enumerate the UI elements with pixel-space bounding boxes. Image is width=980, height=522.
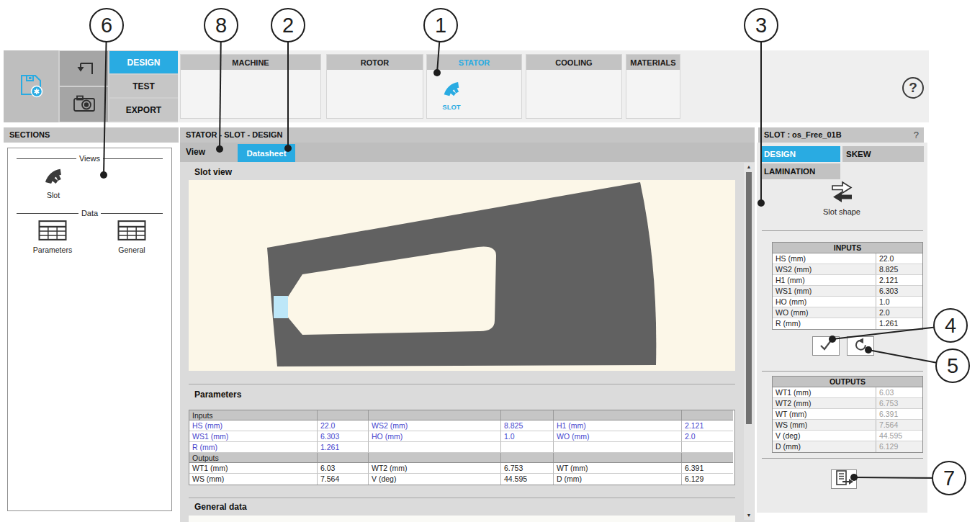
table-row: HS (mm) 22.0 bbox=[773, 253, 922, 264]
input-value[interactable]: 2.121 bbox=[876, 275, 922, 285]
table-row: WT1 (mm) 6.03 WT2 (mm) 6.753 WT (mm) 6.3… bbox=[189, 463, 734, 474]
inputs-header-cell: Inputs bbox=[189, 410, 318, 420]
nav-stator-label: STATOR bbox=[427, 55, 521, 70]
table-row: HS (mm) 22.0 WS2 (mm) 8.825 H1 (mm) 2.12… bbox=[189, 420, 734, 431]
sidebar-slot-label: Slot bbox=[30, 191, 77, 199]
reset-button[interactable] bbox=[847, 336, 874, 356]
test-mode-button[interactable]: TEST bbox=[109, 75, 178, 97]
table-row: WT2 (mm) 6.753 bbox=[773, 398, 922, 409]
return-arrow-icon bbox=[73, 58, 96, 79]
right-panel-title: SLOT : os_Free_01B bbox=[764, 130, 842, 139]
callout-5: 5 bbox=[935, 348, 970, 383]
separator bbox=[762, 371, 923, 372]
outputs-table: OUTPUTS WT1 (mm) 6.03 WT2 (mm) 6.753 WT … bbox=[772, 376, 923, 453]
views-label: Views bbox=[79, 154, 100, 163]
main-tab-row: View Datasheet bbox=[180, 143, 755, 162]
separator bbox=[189, 384, 735, 384]
separator bbox=[189, 498, 735, 498]
save-button[interactable] bbox=[4, 50, 58, 122]
slot-properties-panel: DESIGN SKEW LAMINATION Slot shape INPUTS… bbox=[757, 143, 927, 513]
tab-datasheet[interactable]: Datasheet bbox=[238, 144, 295, 162]
main-title-bar: STATOR - SLOT - DESIGN bbox=[180, 127, 755, 143]
table-row: WS (mm) 7.564 V (deg) 44.595 D (mm) 6.12… bbox=[189, 474, 734, 485]
stator-slot-label: SLOT bbox=[436, 103, 467, 111]
scrollbar-thumb[interactable] bbox=[746, 172, 752, 424]
callout-3: 3 bbox=[744, 8, 778, 42]
separator bbox=[762, 458, 923, 459]
table-row: R (mm) 1.261 bbox=[773, 318, 922, 329]
table-row: WS1 (mm) 6.303 bbox=[773, 286, 922, 297]
sections-sidebar: Views Slot Data Parameters General bbox=[7, 148, 172, 511]
input-value[interactable]: 1.261 bbox=[876, 318, 922, 329]
views-section-header: Views bbox=[14, 154, 166, 163]
sidebar-item-general[interactable]: General bbox=[103, 220, 161, 254]
design-mode-button[interactable]: DESIGN bbox=[109, 51, 178, 73]
table-row: WS (mm) 7.564 bbox=[773, 420, 922, 431]
question-mark-icon: ? bbox=[909, 80, 917, 96]
right-panel-title-bar: ? SLOT : os_Free_01B bbox=[758, 127, 924, 143]
nav-machine-label: MACHINE bbox=[181, 55, 320, 70]
apply-button[interactable] bbox=[812, 336, 840, 356]
nav-panel-materials[interactable]: MATERIALS bbox=[626, 54, 680, 119]
camera-icon bbox=[72, 93, 96, 116]
input-value[interactable]: 1.0 bbox=[876, 297, 922, 307]
undo-rotate-icon bbox=[853, 337, 868, 355]
table-icon bbox=[117, 230, 146, 243]
output-value: 6.03 bbox=[876, 387, 922, 397]
nav-materials-label: MATERIALS bbox=[626, 55, 680, 70]
sidebar-general-label: General bbox=[103, 246, 161, 254]
slot-opening-highlight bbox=[274, 296, 288, 318]
restore-button[interactable] bbox=[60, 51, 108, 86]
tab-view[interactable]: View bbox=[180, 143, 232, 162]
rp-tab-lamination[interactable]: LAMINATION bbox=[760, 163, 840, 179]
nav-rotor-label: ROTOR bbox=[327, 55, 423, 70]
output-value: 44.595 bbox=[876, 431, 922, 441]
table-row: Inputs bbox=[189, 410, 734, 420]
scroll-up-arrow[interactable]: ▲ bbox=[744, 163, 754, 171]
inputs-table-header: INPUTS bbox=[773, 243, 922, 253]
slot-geometry-drawing bbox=[189, 180, 735, 371]
save-floppy-icon bbox=[18, 72, 44, 101]
swap-arrows-icon bbox=[826, 194, 858, 206]
slot-icon bbox=[40, 176, 67, 188]
input-value[interactable]: 8.825 bbox=[876, 264, 922, 274]
right-panel-help-icon[interactable]: ? bbox=[914, 127, 919, 143]
data-section-header: Data bbox=[14, 209, 166, 217]
table-row: WT (mm) 6.391 bbox=[773, 409, 922, 420]
data-label: Data bbox=[81, 209, 98, 217]
callout-4: 4 bbox=[933, 308, 968, 343]
input-value[interactable]: 2.0 bbox=[876, 307, 922, 318]
input-value[interactable]: 6.303 bbox=[876, 286, 922, 296]
table-row: R (mm) 1.261 bbox=[189, 442, 734, 453]
sidebar-parameters-label: Parameters bbox=[22, 246, 83, 254]
slot-icon bbox=[440, 88, 463, 100]
general-data-section-top bbox=[189, 516, 735, 522]
sidebar-item-parameters[interactable]: Parameters bbox=[22, 220, 83, 254]
sidebar-item-slot[interactable]: Slot bbox=[30, 163, 77, 199]
nav-panel-stator[interactable]: STATOR SLOT bbox=[426, 54, 522, 119]
nav-panel-machine[interactable]: MACHINE bbox=[180, 54, 321, 119]
rp-tab-skew[interactable]: SKEW bbox=[842, 146, 924, 162]
toolbar-left-block: DESIGN TEST EXPORT bbox=[4, 50, 178, 122]
nav-panel-rotor[interactable]: ROTOR bbox=[326, 54, 423, 119]
table-row: D (mm) 6.129 bbox=[773, 441, 922, 452]
scroll-down-arrow[interactable]: ▼ bbox=[744, 511, 754, 520]
outputs-table-header: OUTPUTS bbox=[773, 377, 922, 387]
output-value: 6.753 bbox=[876, 398, 922, 408]
general-data-heading: General data bbox=[194, 502, 247, 512]
rp-tab-design[interactable]: DESIGN bbox=[760, 146, 840, 162]
input-value[interactable]: 22.0 bbox=[876, 253, 922, 264]
screenshot-button[interactable] bbox=[60, 87, 108, 122]
table-icon bbox=[38, 230, 67, 243]
vertical-scrollbar[interactable]: ▲ ▼ bbox=[744, 163, 754, 520]
stator-slot-item[interactable]: SLOT bbox=[436, 76, 467, 111]
output-value: 7.564 bbox=[876, 420, 922, 430]
table-row: H1 (mm) 2.121 bbox=[773, 275, 922, 286]
callout-6: 6 bbox=[89, 8, 124, 42]
toolbar-nav-strip: MACHINE ROTOR STATOR SLOT COOLING MATERI… bbox=[178, 50, 929, 122]
slot-shape-button[interactable]: Slot shape bbox=[799, 180, 885, 216]
export-mode-button[interactable]: EXPORT bbox=[109, 99, 178, 121]
export-data-button[interactable] bbox=[831, 469, 857, 489]
nav-panel-cooling[interactable]: COOLING bbox=[526, 54, 622, 119]
help-button[interactable]: ? bbox=[902, 77, 924, 99]
